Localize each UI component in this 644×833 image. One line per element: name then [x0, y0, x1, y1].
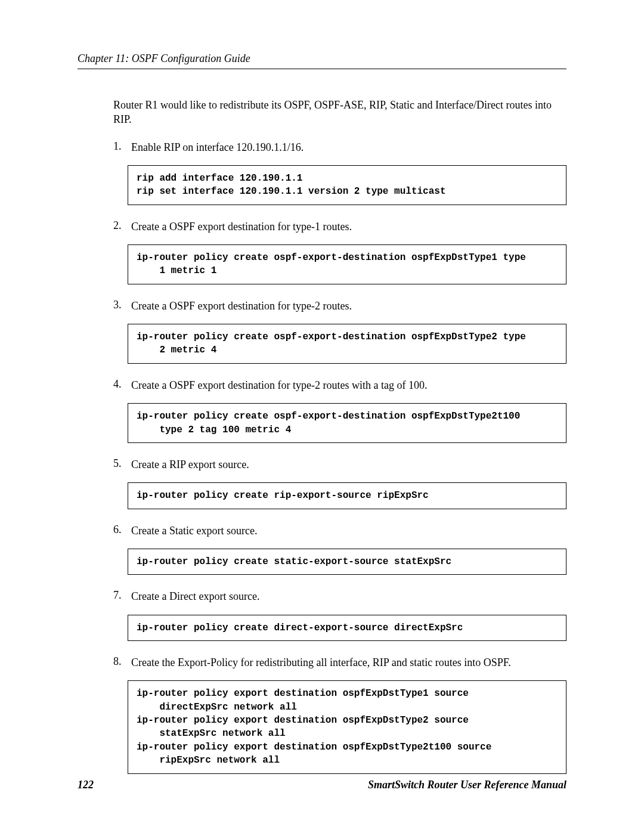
step-text: Create a OSPF export destination for typ… [131, 378, 566, 392]
step-item: Create a OSPF export destination for typ… [113, 299, 566, 364]
step-item: Create a OSPF export destination for typ… [113, 378, 566, 443]
page-footer: 122 SmartSwitch Router User Reference Ma… [78, 779, 566, 791]
intro-paragraph: Router R1 would like to redistribute its… [113, 98, 566, 127]
steps-list: Enable RIP on interface 120.190.1.1/16. … [113, 140, 566, 774]
code-block: ip-router policy create rip-export-sourc… [128, 482, 566, 509]
code-block: rip add interface 120.190.1.1 rip set in… [128, 165, 566, 205]
page-content: Router R1 would like to redistribute its… [113, 98, 566, 774]
code-block: ip-router policy create direct-export-so… [128, 615, 566, 641]
step-text: Enable RIP on interface 120.190.1.1/16. [131, 140, 566, 154]
step-text: Create a OSPF export destination for typ… [131, 219, 566, 234]
step-text: Create a Static export source. [131, 524, 566, 538]
step-item: Create a RIP export source. ip-router po… [113, 457, 566, 509]
manual-title: SmartSwitch Router User Reference Manual [368, 779, 566, 791]
step-item: Enable RIP on interface 120.190.1.1/16. … [113, 140, 566, 205]
page-number: 122 [78, 779, 94, 791]
chapter-label: Chapter 11: OSPF Configuration Guide [78, 52, 250, 64]
step-text: Create the Export-Policy for redistribut… [131, 655, 566, 670]
code-block: ip-router policy create ospf-export-dest… [128, 324, 566, 364]
code-block: ip-router policy create ospf-export-dest… [128, 244, 566, 284]
step-item: Create the Export-Policy for redistribut… [113, 655, 566, 774]
step-text: Create a OSPF export destination for typ… [131, 299, 566, 313]
step-item: Create a Direct export source. ip-router… [113, 589, 566, 641]
code-block: ip-router policy export destination ospf… [128, 680, 566, 773]
code-block: ip-router policy create static-export-so… [128, 549, 566, 575]
code-block: ip-router policy create ospf-export-dest… [128, 403, 566, 443]
step-text: Create a Direct export source. [131, 589, 566, 603]
step-text: Create a RIP export source. [131, 457, 566, 472]
page-header: Chapter 11: OSPF Configuration Guide [78, 52, 566, 69]
step-item: Create a Static export source. ip-router… [113, 524, 566, 575]
step-item: Create a OSPF export destination for typ… [113, 219, 566, 284]
